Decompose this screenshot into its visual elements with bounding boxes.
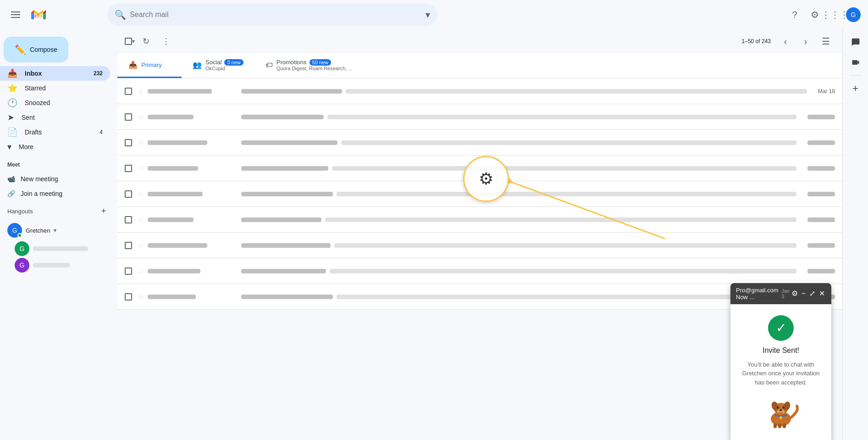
sidebar-item-inbox[interactable]: 📥 Inbox 232 [0,66,110,81]
new-meeting-label: New meeting [21,175,58,183]
gmail-logo: G m a i l [29,6,48,24]
email-star-icon[interactable]: ☆ [138,164,144,173]
chat-avatar-item[interactable]: G [15,241,103,256]
table-row[interactable]: ☆ [117,207,842,233]
google-apps-button[interactable]: ⋮⋮⋮ [826,6,844,24]
gear-highlight-circle: ⚙ [463,156,509,202]
email-date [807,243,835,248]
email-checkbox[interactable] [125,88,132,95]
email-checkbox[interactable] [125,267,132,275]
email-star-icon[interactable]: ☆ [138,267,144,275]
compose-popup-settings-button[interactable]: ⚙ [791,288,799,299]
email-checkbox[interactable] [125,242,132,249]
sidebar-item-snoozed[interactable]: 🕐 Snoozed [0,95,110,110]
email-checkbox[interactable] [125,165,132,172]
right-panel-add-icon[interactable]: + [846,79,865,98]
compose-popup-minimize-button[interactable]: − [801,288,807,299]
invite-check-icon: ✓ [776,320,786,335]
toolbar-left: ▾ ↻ ⋮ [125,32,175,50]
sidebar-item-drafts[interactable]: 📄 Drafts 4 [0,125,110,139]
nav-label-snoozed: Snoozed [25,99,50,106]
select-all-checkbox[interactable] [125,38,132,45]
email-star-icon[interactable]: ☆ [138,87,144,95]
table-row[interactable]: ☆ [117,233,842,258]
email-star-icon[interactable]: ☆ [138,138,144,147]
hamburger-menu-button[interactable] [7,6,24,23]
email-star-icon[interactable]: ☆ [138,215,144,224]
promotions-tab-badge: 50 new [310,59,331,66]
select-dropdown-arrow[interactable]: ▾ [132,38,135,45]
email-sender-text [148,166,198,171]
right-panel-chat-icon[interactable] [846,33,865,51]
view-options-button[interactable]: ☰ [817,32,835,50]
email-body-block [241,217,796,222]
right-panel-meet-icon[interactable] [846,53,865,72]
email-subject [241,217,321,222]
select-all-checkbox-wrap[interactable]: ▾ [125,38,135,45]
inbox-badge: 232 [94,70,103,77]
sidebar-item-new-meeting[interactable]: 📹 New meeting [0,172,110,186]
next-page-button[interactable]: › [796,32,815,50]
compose-popup-expand-button[interactable]: ⤢ [808,288,816,299]
invite-sent-body: You'll be able to chat with Gretchen onc… [738,360,824,387]
hangouts-user[interactable]: G Gretchen ▾ [7,221,110,239]
search-filter-icon[interactable]: ▾ [426,9,430,20]
email-date [807,192,835,196]
email-preview [325,217,796,222]
table-row[interactable]: ☆ [117,104,842,130]
email-checkbox[interactable] [125,216,132,223]
email-date [807,269,835,273]
compose-button[interactable]: ✏️ Compose [4,37,68,62]
refresh-button[interactable]: ↻ [137,32,155,50]
compose-popup-date: Jan 3 [781,288,791,299]
user-avatar-button[interactable]: G [846,7,861,22]
email-star-icon[interactable]: ☆ [138,241,144,250]
tab-primary[interactable]: 📥 Primary [117,53,182,78]
email-star-icon[interactable]: ☆ [138,292,144,301]
tab-promotions[interactable]: 🏷 Promotions 50 new Quora Digest, Roam R… [254,53,364,78]
email-star-icon[interactable]: ☆ [138,189,144,198]
hamburger-icon [11,10,20,19]
add-people-button[interactable]: + [97,205,110,217]
email-body-block [241,192,796,196]
search-bar[interactable]: 🔍 ▾ [107,4,437,26]
svg-rect-22 [774,423,777,428]
tab-social[interactable]: 👥 Social 3 new OkCupid [182,53,254,78]
email-body-block [241,140,796,145]
table-row[interactable]: ☆ [117,130,842,156]
table-row[interactable]: ☆ [117,258,842,284]
tab-primary-label: Primary [141,61,162,68]
sidebar-item-more[interactable]: ▾ More [0,139,110,154]
search-input[interactable] [130,11,422,19]
email-star-icon[interactable]: ☆ [138,112,144,121]
email-date-text [807,269,835,273]
table-row[interactable]: ☆ Mar 18 [117,78,842,104]
email-checkbox[interactable] [125,139,132,146]
svg-point-18 [777,407,780,409]
more-options-button[interactable]: ⋮ [157,32,175,50]
drafts-icon: 📄 [7,127,17,137]
email-date-text [807,217,835,222]
toolbar-right: 1–50 of 243 ‹ › ☰ [738,32,835,50]
email-date-text: Mar 18 [818,88,835,95]
email-preview [346,89,807,94]
email-checkbox[interactable] [125,113,132,121]
chat-avatar-item-2[interactable]: G [15,258,103,273]
compose-popup-close-button[interactable]: ✕ [818,288,826,299]
email-checkbox[interactable] [125,190,132,198]
email-sender-block [148,243,230,248]
sidebar-item-join-meeting[interactable]: 🔗 Join a meeting [0,186,110,201]
sidebar-item-starred[interactable]: ⭐ Starred [0,81,110,95]
email-preview [341,140,796,145]
prev-page-button[interactable]: ‹ [776,32,795,50]
social-tab-subtitle: OkCupid [205,66,243,71]
support-button[interactable]: ? [785,6,804,24]
primary-tab-icon: 📥 [128,61,138,69]
invite-popup-header[interactable]: Pro@gmail.com Now ... Jan 3 ⚙ − ⤢ ✕ [730,283,831,304]
promotions-tab-icon: 🏷 [265,61,273,69]
sidebar-item-sent[interactable]: ➤ Sent [0,110,110,125]
hangouts-user-avatar: G [7,223,22,238]
email-checkbox[interactable] [125,293,132,301]
email-subject [241,295,333,299]
email-date-text [807,166,835,171]
